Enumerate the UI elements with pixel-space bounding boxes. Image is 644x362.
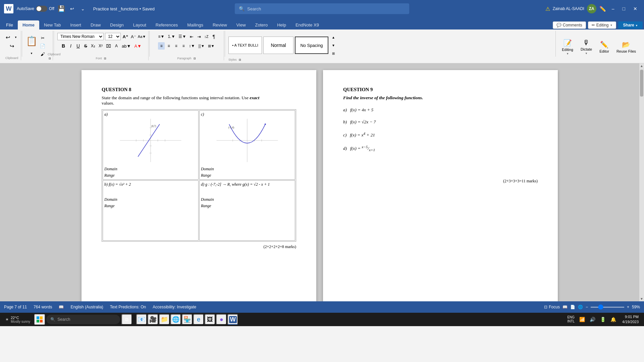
minimize-button[interactable]: – — [609, 5, 617, 13]
paste-dropdown-button[interactable]: ▼ — [25, 50, 38, 57]
page-info[interactable]: Page 7 of 11 — [4, 305, 27, 309]
zoom-in-button[interactable]: + — [627, 305, 629, 309]
styles-scroll-up-button[interactable]: ▲ — [330, 34, 337, 41]
tab-home[interactable]: Home — [18, 20, 39, 29]
undo-title-button[interactable]: ↩ — [68, 5, 76, 12]
text-effects-button[interactable]: A — [113, 42, 120, 50]
search-input[interactable] — [247, 6, 405, 11]
copy-button[interactable]: 📄 — [39, 42, 46, 50]
bold-button[interactable]: B — [60, 42, 67, 50]
taskbar-app-chrome[interactable]: 🌐 — [170, 314, 181, 325]
battery-icon[interactable]: 🔋 — [599, 316, 607, 323]
tab-help[interactable]: Help — [272, 20, 291, 29]
accessibility[interactable]: Accessibility: Investigate — [153, 305, 196, 309]
borders-button[interactable]: ⊞▼ — [207, 42, 216, 50]
autosave-toggle[interactable] — [36, 6, 47, 12]
align-right-button[interactable]: ≡ — [173, 42, 179, 50]
reuse-files-button[interactable]: 📂 Reuse Files — [614, 39, 639, 55]
print-layout-button[interactable]: 📄 — [570, 305, 575, 309]
web-layout-button[interactable]: 🌐 — [578, 305, 583, 309]
increase-indent-button[interactable]: ⇥ — [196, 33, 202, 40]
format-painter-button[interactable]: 🖌 — [39, 50, 46, 58]
focus-button[interactable]: ⊡ Focus — [544, 305, 560, 309]
taskbar-app-edge[interactable]: e — [193, 314, 204, 325]
shading-button[interactable]: ▒▼ — [197, 42, 206, 50]
underline-button[interactable]: U — [75, 42, 82, 50]
tab-insert[interactable]: Insert — [65, 20, 86, 29]
bullet-style-item[interactable]: • A TEXT BULLI — [228, 37, 262, 54]
styles-expand-button[interactable]: ⊞ — [330, 50, 337, 57]
zoom-slider[interactable] — [591, 307, 624, 308]
zoom-out-button[interactable]: − — [586, 305, 588, 309]
change-case-button[interactable]: Aa▼ — [138, 33, 146, 40]
sort-button[interactable]: ↕Z — [203, 33, 210, 40]
weather-widget[interactable]: ☀ 22°C Mostly sunny — [3, 315, 33, 324]
decrease-indent-button[interactable]: ⇤ — [188, 33, 195, 40]
dictate-button[interactable]: 🎙 Dictate ▼ — [578, 38, 595, 56]
subscript-button[interactable]: X₂ — [90, 42, 97, 50]
redo-button[interactable]: ↪ — [8, 42, 15, 50]
taskbar-app-unknown2[interactable]: ● — [216, 314, 227, 325]
task-view-button[interactable]: ⧉ — [121, 314, 132, 325]
show-hide-button[interactable]: ¶ — [210, 33, 217, 40]
decrease-font-button[interactable]: A⁻ — [130, 33, 137, 40]
language[interactable]: English (Australia) — [70, 305, 103, 309]
cut-button[interactable]: ✂ — [39, 34, 46, 42]
user-avatar[interactable]: ZA — [587, 4, 596, 13]
zoom-percent[interactable]: 59% — [632, 305, 640, 309]
tab-view[interactable]: View — [232, 20, 251, 29]
close-button[interactable]: ✕ — [631, 5, 640, 13]
read-mode-button[interactable]: 📖 — [562, 305, 568, 309]
text-predictions[interactable]: Text Predictions: On — [110, 305, 146, 309]
clear-format-button[interactable]: ⌧ — [105, 42, 112, 50]
scroll-up-button[interactable]: ▲ — [639, 63, 644, 68]
font-expand-button[interactable]: ⊡ — [103, 56, 107, 60]
keyboard-layout[interactable]: ENGINTL — [566, 315, 576, 324]
strikethrough-button[interactable]: S̶ — [82, 42, 89, 50]
styles-scroll-down-button[interactable]: ▼ — [330, 42, 337, 49]
start-button[interactable] — [34, 314, 45, 325]
tab-file[interactable]: File — [1, 20, 18, 29]
undo-button[interactable]: ↩ — [4, 34, 11, 41]
vertical-scrollbar[interactable]: ▲ ▼ — [639, 63, 644, 301]
bullets-button[interactable]: ≡▼ — [157, 33, 166, 40]
undo-dropdown-button[interactable]: ▼ — [12, 34, 19, 41]
taskbar-search[interactable]: 🔍 Search — [46, 315, 120, 324]
taskbar-app-video[interactable]: 🎥 — [148, 314, 158, 325]
normal-style-item[interactable]: Normal — [263, 37, 293, 54]
taskbar-app-word[interactable]: W — [227, 314, 238, 325]
tab-design[interactable]: Design — [105, 20, 128, 29]
speaker-icon[interactable]: 🔊 — [588, 316, 597, 323]
comments-button[interactable]: 💬 Comments — [553, 21, 586, 29]
save-button[interactable]: 💾 — [58, 5, 65, 12]
maximize-button[interactable]: □ — [620, 5, 628, 13]
justify-button[interactable]: ≡ — [180, 42, 187, 50]
scroll-down-button[interactable]: ▼ — [639, 296, 644, 301]
taskbar-app-store[interactable]: 🏪 — [182, 314, 193, 325]
tab-layout[interactable]: Layout — [128, 20, 151, 29]
tab-endnote[interactable]: EndNote X9 — [291, 20, 324, 29]
highlight-color-button[interactable]: ab▼ — [120, 42, 132, 50]
italic-button[interactable]: I — [67, 42, 74, 50]
pen-icon[interactable]: ✏️ — [599, 5, 606, 12]
taskbar-app-unknown1[interactable]: 🖼 — [205, 314, 215, 325]
taskbar-clock[interactable]: 9:01 PM 4/19/2023 — [620, 314, 641, 325]
taskbar-app-mail[interactable]: 📧 — [136, 314, 147, 325]
network-icon[interactable]: 📶 — [578, 316, 586, 323]
align-center-button[interactable]: ≡ — [165, 42, 172, 50]
superscript-button[interactable]: X² — [97, 42, 104, 50]
align-left-button[interactable]: ≡ — [158, 42, 165, 50]
editing-mode-button[interactable]: 📝 Editing ▼ — [559, 38, 576, 57]
no-spacing-style-item[interactable]: No Spacing — [295, 37, 328, 54]
word-count[interactable]: 764 words — [34, 305, 52, 309]
tab-zotero[interactable]: Zotero — [251, 20, 273, 29]
clipboard-expand-button[interactable]: ⊡ — [48, 56, 52, 60]
tab-new-tab[interactable]: New Tab — [39, 20, 65, 29]
tab-references[interactable]: References — [151, 20, 182, 29]
share-button[interactable]: Share ▼ — [618, 21, 643, 29]
tab-mailings[interactable]: Mailings — [182, 20, 208, 29]
editing-button[interactable]: ✏ Editing ▼ — [588, 21, 616, 29]
paragraph-expand-button[interactable]: ⊡ — [193, 56, 197, 60]
numbering-button[interactable]: 1.▼ — [166, 33, 176, 40]
editor-button[interactable]: ✏️ Editor — [597, 39, 612, 55]
